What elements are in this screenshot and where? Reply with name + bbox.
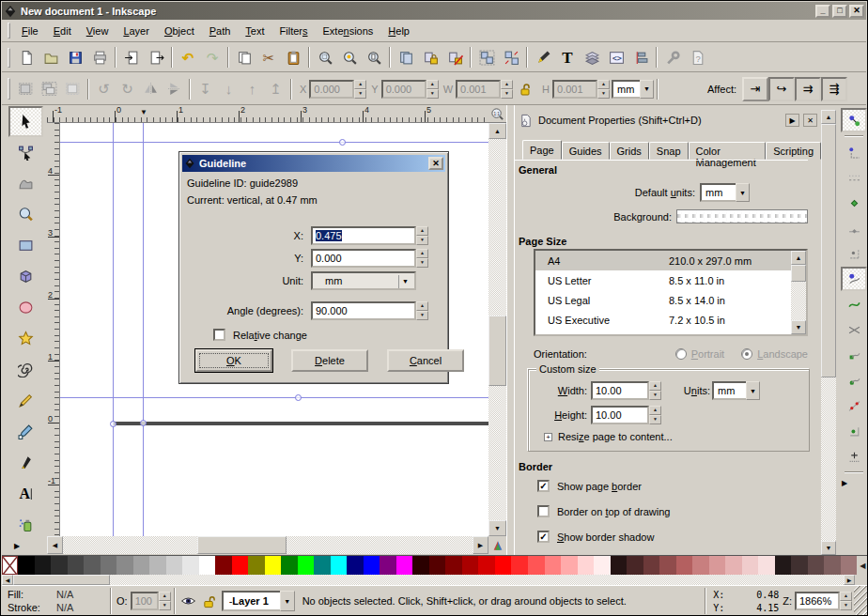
- border-checkbox[interactable]: [537, 505, 550, 517]
- tool-selector[interactable]: [8, 106, 43, 137]
- tool-rectangle[interactable]: [8, 230, 43, 261]
- snap-bbox-centers-toggle[interactable]: [841, 241, 867, 266]
- zoom-to-selection-button[interactable]: [313, 45, 337, 69]
- lower-to-bottom-button[interactable]: ↧: [194, 77, 217, 101]
- scroll-down-icon[interactable]: ▼: [488, 520, 506, 536]
- palette-more-icon[interactable]: ◀: [857, 556, 868, 575]
- menu-layer[interactable]: Layer: [116, 21, 157, 41]
- dialog-x-field[interactable]: 0.475: [311, 226, 416, 245]
- scroll-left-icon[interactable]: ◀: [47, 536, 63, 554]
- palette-swatch[interactable]: [364, 556, 380, 575]
- toolbar-grip[interactable]: [8, 48, 10, 68]
- palette-swatch[interactable]: [545, 556, 562, 575]
- snap-path-intersections-toggle[interactable]: [841, 317, 867, 342]
- palette-swatch[interactable]: [215, 556, 232, 575]
- zoom-to-page-button[interactable]: [362, 45, 386, 69]
- raise-button[interactable]: ↑: [240, 77, 264, 101]
- palette-swatch[interactable]: [347, 556, 364, 575]
- tab-guides[interactable]: Guides: [562, 142, 610, 160]
- snap-bbox-corners-toggle[interactable]: [841, 191, 867, 215]
- list-scroll-up-icon[interactable]: ▲: [791, 251, 806, 265]
- palette-swatch[interactable]: [791, 556, 808, 575]
- palette-swatch[interactable]: [495, 556, 512, 575]
- menu-view[interactable]: View: [79, 21, 116, 41]
- paste-button[interactable]: [281, 45, 305, 69]
- redo-button[interactable]: ↷: [200, 45, 225, 69]
- palette-swatch[interactable]: [462, 556, 479, 575]
- v-scroll-thumb[interactable]: [488, 316, 506, 386]
- h-field[interactable]: 0.001: [552, 80, 597, 99]
- menu-file[interactable]: File: [14, 21, 46, 41]
- palette-swatch[interactable]: [51, 556, 68, 575]
- palette-swatch[interactable]: [511, 556, 528, 575]
- fill-stroke-indicator[interactable]: Fill: N/A Stroke: N/A: [2, 586, 107, 616]
- palette-swatch[interactable]: [445, 556, 462, 575]
- h-spinner[interactable]: H 0.001 ▲▼: [539, 80, 610, 99]
- tool-calligraphy[interactable]: [8, 447, 43, 478]
- default-units-dropdown-icon[interactable]: ▼: [736, 183, 750, 202]
- units-dropdown-icon[interactable]: ▼: [640, 80, 654, 99]
- transform-corners-toggle[interactable]: ↪: [768, 77, 795, 101]
- palette-swatch[interactable]: [265, 556, 282, 575]
- canvas-vertical-scrollbar[interactable]: ▲ ▼: [488, 123, 506, 536]
- layer-lock-icon[interactable]: [199, 586, 220, 616]
- fill-and-stroke-dialog-button[interactable]: [531, 45, 555, 69]
- tool-zoom[interactable]: [8, 199, 43, 230]
- palette-swatch[interactable]: [396, 556, 413, 575]
- deselect-button[interactable]: [61, 77, 85, 101]
- tab-color-management[interactable]: Color Management: [689, 142, 767, 160]
- snap-rotation-centers-toggle[interactable]: [841, 444, 867, 469]
- w-spin-arrows[interactable]: ▲▼: [501, 80, 513, 99]
- panel-scroll-thumb[interactable]: [821, 124, 836, 377]
- snap-bbox-edge-midpoints-toggle[interactable]: [841, 216, 867, 240]
- palette-swatch[interactable]: [298, 556, 315, 575]
- guide-anchor[interactable]: [295, 394, 302, 401]
- undo-button[interactable]: ↶: [176, 45, 200, 69]
- width-field[interactable]: 10.00: [591, 381, 649, 400]
- palette-scroll-left-icon[interactable]: ◀: [2, 575, 13, 585]
- panel-close-icon[interactable]: ✕: [803, 114, 817, 127]
- lock-ratio-icon[interactable]: [513, 77, 537, 101]
- snap-cusp-nodes-toggle[interactable]: [841, 343, 867, 367]
- guide-anchor[interactable]: [110, 421, 116, 427]
- custom-units-combo[interactable]: mm ▼: [712, 381, 760, 400]
- layer-dropdown-icon[interactable]: ▼: [280, 591, 295, 611]
- tab-grids[interactable]: Grids: [610, 142, 649, 160]
- palette-swatch[interactable]: [676, 556, 693, 575]
- palette-swatch[interactable]: [149, 556, 166, 575]
- y-spinner[interactable]: Y 0.000 ▲▼: [368, 80, 438, 99]
- resize-page-label[interactable]: Resize page to content...: [558, 431, 673, 442]
- list-scroll-down-icon[interactable]: ▼: [791, 320, 806, 334]
- palette-swatch[interactable]: [166, 556, 183, 575]
- palette-swatch[interactable]: [742, 556, 759, 575]
- palette-swatch[interactable]: [84, 556, 101, 575]
- zoom-spin-arrows[interactable]: ▲▼: [840, 592, 852, 610]
- lower-button[interactable]: ↓: [217, 77, 240, 101]
- flip-vertical-button[interactable]: [163, 77, 186, 101]
- tool-pencil[interactable]: [8, 385, 43, 416]
- palette-swatch[interactable]: [659, 556, 676, 575]
- palette-scroll-right-icon[interactable]: ▶: [844, 575, 855, 585]
- x-field[interactable]: 0.000: [309, 80, 354, 99]
- palette-swatch[interactable]: [248, 556, 265, 575]
- duplicate-button[interactable]: [394, 45, 418, 69]
- palette-swatch[interactable]: [182, 556, 199, 575]
- vertical-guide[interactable]: [143, 123, 144, 536]
- width-spin[interactable]: ▲▼: [649, 381, 661, 400]
- dialog-unit-combo[interactable]: mm ▼: [311, 271, 416, 290]
- transform-gradients-toggle[interactable]: ⇉: [795, 77, 821, 101]
- height-field[interactable]: 10.00: [591, 406, 649, 424]
- transform-patterns-toggle[interactable]: ⇶: [821, 77, 847, 101]
- inkscape-preferences-button[interactable]: [660, 45, 685, 69]
- palette-swatch[interactable]: [281, 556, 298, 575]
- palette-swatch[interactable]: [627, 556, 643, 575]
- rotate-ccw-button[interactable]: ↺: [92, 77, 116, 101]
- x-spinner[interactable]: X 0.000 ▲▼: [297, 80, 366, 99]
- unlink-clone-button[interactable]: [442, 45, 467, 69]
- x-spin-arrows[interactable]: ▲▼: [354, 80, 366, 99]
- rotate-cw-button[interactable]: ↻: [116, 77, 139, 101]
- page-size-row[interactable]: US Executive7.2 x 10.5 in: [535, 310, 791, 330]
- snap-line-midpoints-toggle[interactable]: [841, 393, 867, 418]
- border-checkbox[interactable]: ✓: [537, 480, 550, 492]
- tool-pen[interactable]: [8, 416, 43, 447]
